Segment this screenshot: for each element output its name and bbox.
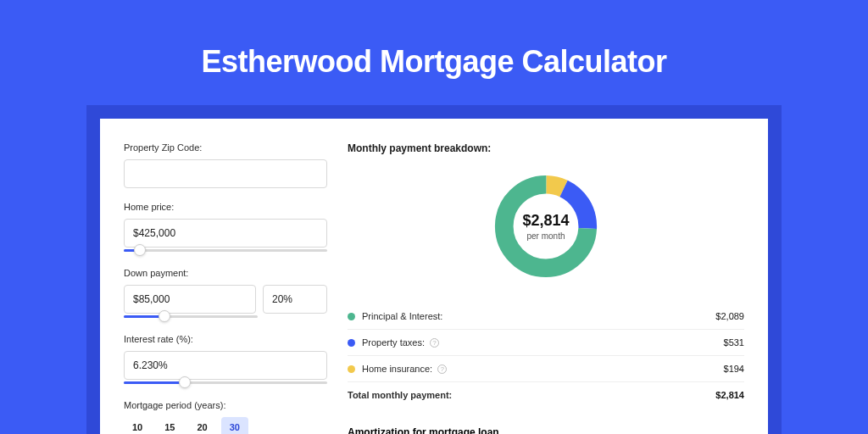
- donut-amount: $2,814: [522, 212, 569, 230]
- legend-dot-icon: [348, 365, 355, 373]
- info-icon[interactable]: ?: [430, 338, 439, 348]
- breakdown-row-value: $531: [724, 337, 744, 348]
- period-option-30[interactable]: 30: [221, 417, 248, 434]
- breakdown-row-value: $2,089: [715, 311, 744, 321]
- breakdown-row-taxes: Property taxes: ? $531: [348, 329, 744, 355]
- mortgage-period-group: 10 15 20 30: [124, 417, 327, 434]
- payment-donut-chart: $2,814 per month: [491, 171, 601, 281]
- legend-dot-icon: [348, 313, 355, 320]
- interest-rate-slider[interactable]: [124, 378, 327, 387]
- down-payment-label: Down payment:: [124, 268, 327, 278]
- breakdown-total-value: $2,814: [715, 390, 744, 400]
- breakdown-title: Monthly payment breakdown:: [348, 142, 744, 154]
- donut-sub: per month: [526, 231, 565, 241]
- home-price-slider[interactable]: [124, 246, 327, 254]
- legend-dot-icon: [348, 339, 355, 347]
- breakdown-total-label: Total monthly payment:: [348, 390, 452, 400]
- breakdown-column: Monthly payment breakdown: $2,814: [348, 142, 744, 434]
- interest-rate-input[interactable]: [124, 351, 327, 380]
- breakdown-row-principal: Principal & Interest: $2,089: [348, 303, 744, 329]
- calculator-card: Property Zip Code: Home price: Down paym…: [100, 119, 768, 434]
- breakdown-row-label: Property taxes:: [362, 337, 425, 348]
- breakdown-row-label: Principal & Interest:: [362, 311, 442, 321]
- home-price-input[interactable]: [124, 219, 327, 248]
- page-title: Estherwood Mortgage Calculator: [0, 44, 868, 80]
- down-payment-pct-input[interactable]: [263, 285, 327, 314]
- down-payment-slider[interactable]: [124, 312, 258, 320]
- breakdown-row-total: Total monthly payment: $2,814: [348, 381, 744, 408]
- period-option-20[interactable]: 20: [189, 417, 216, 434]
- breakdown-row-insurance: Home insurance: ? $194: [348, 355, 744, 381]
- period-option-10[interactable]: 10: [124, 417, 151, 434]
- home-price-label: Home price:: [124, 202, 327, 212]
- breakdown-list: Principal & Interest: $2,089 Property ta…: [348, 303, 744, 408]
- amortization-title: Amortization for mortgage loan: [348, 426, 744, 434]
- zip-input[interactable]: [124, 159, 327, 188]
- down-payment-input[interactable]: [124, 285, 256, 314]
- zip-label: Property Zip Code:: [124, 142, 327, 153]
- form-column: Property Zip Code: Home price: Down paym…: [124, 142, 327, 434]
- mortgage-period-label: Mortgage period (years):: [124, 400, 327, 410]
- info-icon[interactable]: ?: [437, 364, 447, 374]
- period-option-15[interactable]: 15: [156, 417, 183, 434]
- breakdown-row-value: $194: [724, 364, 744, 374]
- breakdown-row-label: Home insurance:: [362, 364, 432, 374]
- interest-rate-label: Interest rate (%):: [124, 334, 327, 344]
